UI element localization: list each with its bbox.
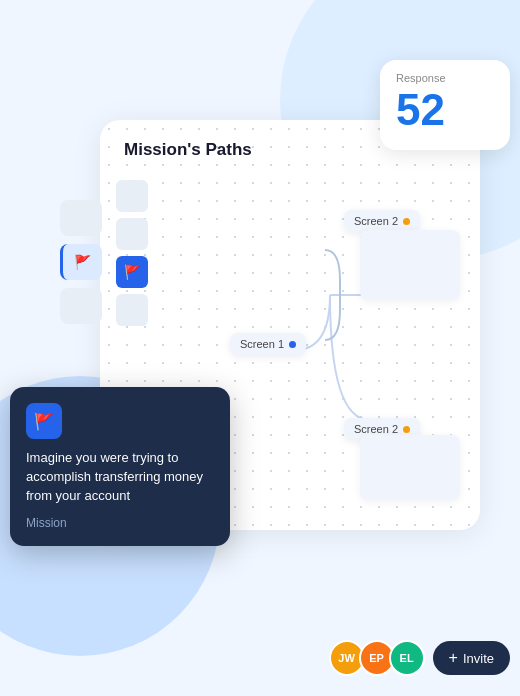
response-card: Response 52	[380, 60, 510, 150]
inner-sidebar-item-1[interactable]	[116, 180, 148, 212]
invite-plus-icon: +	[449, 649, 458, 667]
sidebar-item-3[interactable]	[60, 288, 102, 324]
avatar-ep-initials: EP	[369, 652, 384, 664]
screen2-bottom-dot	[403, 426, 410, 433]
response-card-label: Response	[396, 72, 494, 84]
invite-label: Invite	[463, 651, 494, 666]
tooltip-flag-icon: 🚩	[26, 403, 62, 439]
screen2-top-box	[360, 230, 460, 300]
avatar-jw-initials: JW	[338, 652, 355, 664]
tooltip-label: Mission	[26, 516, 214, 530]
invite-button[interactable]: + Invite	[433, 641, 510, 675]
tooltip-card: 🚩 Imagine you were trying to accomplish …	[10, 387, 230, 546]
tooltip-flag-glyph: 🚩	[34, 412, 54, 431]
bottom-bar: JW EP EL + Invite	[329, 640, 510, 676]
inner-sidebar-item-3-active[interactable]: 🚩	[116, 256, 148, 288]
response-card-number: 52	[396, 88, 494, 132]
inner-sidebar-item-2[interactable]	[116, 218, 148, 250]
screen1-dot	[289, 341, 296, 348]
screen2-bottom-box	[360, 435, 460, 500]
inner-sidebar-item-4[interactable]	[116, 294, 148, 326]
screen1-node: Screen 1	[230, 333, 306, 355]
screen2-top-node: Screen 2	[344, 210, 420, 232]
screen2-top-dot	[403, 218, 410, 225]
flag-icon-inner: 🚩	[124, 264, 141, 280]
avatar-el-initials: EL	[400, 652, 414, 664]
avatar-el: EL	[389, 640, 425, 676]
tooltip-text: Imagine you were trying to accomplish tr…	[26, 449, 214, 506]
flag-icon-sidebar: 🚩	[63, 244, 102, 280]
sidebar-item-1[interactable]	[60, 200, 102, 236]
left-sidebar: 🚩	[60, 200, 110, 324]
inner-sidebar: 🚩	[116, 180, 148, 326]
sidebar-item-2-active[interactable]: 🚩	[60, 244, 102, 280]
avatar-group: JW EP EL	[329, 640, 425, 676]
